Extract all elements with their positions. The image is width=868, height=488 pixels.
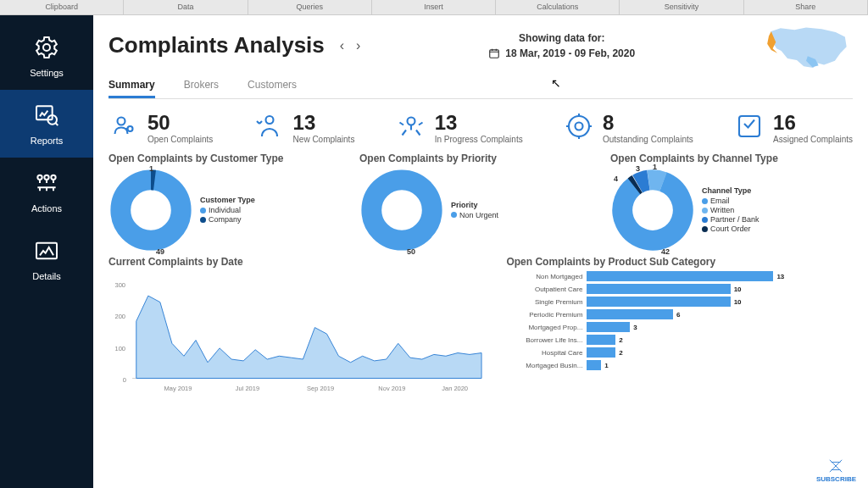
assigned-icon	[734, 111, 765, 141]
bar-row: Non Mortgaged13	[506, 271, 853, 281]
sidebar-label: Reports	[3, 136, 90, 146]
sidebar: Settings Reports Actions Details	[0, 15, 93, 488]
subscribe-button[interactable]: SUBSCRIBE	[816, 458, 856, 483]
svg-text:Sep 2019: Sep 2019	[307, 385, 334, 392]
svg-text:0: 0	[123, 376, 126, 384]
svg-point-4	[44, 175, 48, 180]
bar-row: Hospital Care2	[506, 347, 853, 358]
dna-icon	[826, 458, 845, 474]
ribbon-data[interactable]: Data	[124, 0, 248, 14]
svg-text:Jul 2019: Jul 2019	[236, 385, 259, 392]
prev-button[interactable]: ‹	[337, 36, 348, 55]
bar-chart[interactable]: Open Complaints by Product Sub Category …	[506, 256, 853, 402]
gear-circle-icon	[564, 111, 594, 141]
sidebar-item-reports[interactable]: Reports	[0, 90, 93, 158]
ribbon-clipboard[interactable]: Clipboard	[0, 0, 124, 14]
bar-row: Borrower Life Ins...2	[506, 335, 853, 345]
tab-brokers[interactable]: Brokers	[184, 74, 219, 98]
calendar-icon	[488, 47, 500, 59]
svg-text:May 2019: May 2019	[164, 385, 192, 392]
kpi-progress: 13In Progress Complaints	[396, 111, 523, 144]
svg-point-0	[43, 44, 50, 51]
svg-point-9	[128, 126, 133, 131]
area-chart[interactable]: Current Complaints by Date 300 200 100 0…	[108, 256, 489, 402]
tabs: Summary Brokers Customers	[108, 74, 853, 99]
us-map-icon[interactable]	[760, 22, 853, 69]
svg-point-17	[371, 180, 431, 240]
svg-text:100: 100	[114, 345, 125, 352]
svg-point-13	[576, 123, 583, 130]
kpi-assigned: 16Assigned Complaints	[734, 111, 853, 144]
donut-channel[interactable]: Open Complaints by Channel Type 1 3 4 42	[610, 152, 853, 252]
svg-text:300: 300	[114, 281, 125, 289]
ribbon-insert[interactable]: Insert	[372, 0, 496, 14]
svg-point-3	[37, 175, 42, 180]
donut-customer-type[interactable]: Open Complaints by Customer Type 1 49 Cu…	[108, 152, 351, 252]
svg-point-12	[569, 116, 589, 136]
donut-priority[interactable]: Open Complaints by Priority 50 Priority …	[359, 152, 602, 252]
ribbon-queries[interactable]: Queries	[248, 0, 372, 14]
bar-row: Outpatient Care10	[506, 284, 853, 294]
svg-text:Jan 2020: Jan 2020	[442, 385, 468, 392]
svg-point-5	[51, 175, 55, 180]
sidebar-item-details[interactable]: Details	[0, 225, 93, 293]
hands-icon	[396, 111, 426, 141]
bar-row: Single Premium10	[506, 297, 853, 307]
bar-row: Mortgaged Busin...1	[506, 360, 853, 370]
details-icon	[33, 237, 60, 264]
tab-summary[interactable]: Summary	[108, 74, 155, 98]
svg-point-15	[120, 180, 181, 240]
sidebar-label: Actions	[3, 203, 90, 214]
ribbon-tabs: Clipboard Data Queries Insert Calculatio…	[0, 0, 868, 15]
sidebar-label: Details	[3, 271, 90, 281]
tab-customers[interactable]: Customers	[248, 74, 297, 98]
sidebar-item-settings[interactable]: Settings	[0, 22, 93, 90]
bar-row: Mortgaged Prop...3	[506, 322, 853, 332]
reports-icon	[33, 102, 60, 129]
kpi-outstanding: 8Outstanding Complaints	[564, 111, 693, 144]
gear-icon	[33, 34, 60, 61]
svg-point-11	[407, 118, 415, 125]
person-icon	[254, 111, 285, 141]
support-icon	[108, 111, 139, 141]
ribbon-calculations[interactable]: Calculations	[496, 0, 620, 14]
kpi-open: 50Open Complaints	[108, 111, 213, 144]
date-range[interactable]: 18 Mar, 2019 - 09 Feb, 2020	[505, 47, 635, 59]
date-label: Showing data for:	[488, 32, 635, 44]
next-button[interactable]: ›	[353, 36, 364, 55]
sidebar-label: Settings	[3, 68, 90, 78]
svg-point-10	[265, 116, 273, 124]
svg-point-8	[118, 118, 125, 125]
ribbon-share[interactable]: Share	[744, 0, 868, 14]
svg-rect-7	[490, 49, 499, 57]
kpi-new: 13New Complaints	[254, 111, 355, 144]
svg-rect-1	[36, 106, 53, 119]
svg-text:Nov 2019: Nov 2019	[378, 385, 405, 392]
svg-text:200: 200	[114, 313, 125, 320]
bar-row: Periodic Premium6	[506, 309, 853, 319]
sidebar-item-actions[interactable]: Actions	[0, 158, 93, 225]
ribbon-sensitivity[interactable]: Sensitivity	[620, 0, 743, 14]
page-title: Complaints Analysis	[108, 32, 325, 58]
actions-icon	[33, 169, 60, 197]
